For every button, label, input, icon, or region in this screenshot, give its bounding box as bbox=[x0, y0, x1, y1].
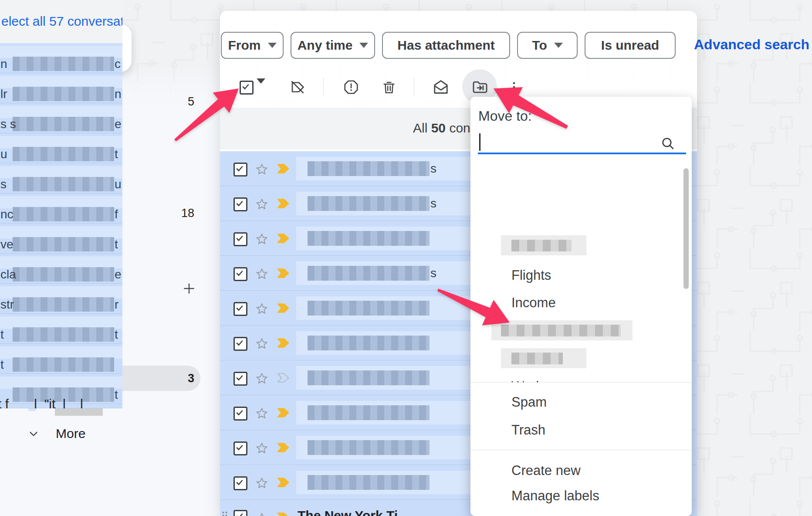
text-fragment: cla bbox=[0, 268, 16, 282]
chevron-down-icon bbox=[268, 43, 277, 48]
email-row[interactable]: clae bbox=[0, 254, 122, 284]
star-icon[interactable] bbox=[255, 511, 269, 516]
email-row[interactable]: ncf bbox=[0, 194, 122, 224]
importance-marker-icon[interactable] bbox=[277, 337, 291, 350]
importance-marker-icon[interactable] bbox=[277, 477, 291, 490]
star-icon[interactable] bbox=[255, 475, 269, 491]
move-to-option-redacted[interactable] bbox=[470, 346, 682, 371]
email-row[interactable]: vet bbox=[0, 224, 122, 254]
redacted-subject bbox=[0, 196, 122, 208]
menu-action-manage-labels[interactable]: Manage labels bbox=[470, 483, 682, 509]
plus-icon[interactable] bbox=[182, 282, 196, 297]
move-to-icon[interactable] bbox=[471, 78, 489, 96]
chevron-down-icon bbox=[359, 43, 368, 48]
redacted-subject bbox=[0, 136, 122, 148]
filter-chip-from[interactable]: From bbox=[221, 32, 284, 59]
email-row[interactable]: strr bbox=[0, 284, 122, 314]
move-to-label-list: FlightsIncomeWorkWork/Work EmailSocial bbox=[470, 162, 692, 382]
menu-action-create-new[interactable]: Create new bbox=[470, 458, 682, 483]
mark-read-icon[interactable] bbox=[432, 78, 450, 96]
row-checkbox[interactable] bbox=[233, 163, 247, 177]
text-fragment: t f l "it l l bbox=[0, 397, 83, 411]
email-row[interactable]: s se bbox=[0, 103, 122, 133]
importance-marker-icon[interactable] bbox=[277, 302, 291, 316]
option-label: Trash bbox=[511, 422, 545, 438]
remove-label-icon[interactable] bbox=[289, 78, 306, 96]
redacted-sender bbox=[308, 405, 430, 420]
move-to-option-redacted[interactable] bbox=[470, 318, 682, 343]
star-icon[interactable] bbox=[255, 371, 269, 387]
row-checkbox[interactable] bbox=[233, 267, 247, 281]
menu-scrollbar[interactable] bbox=[683, 168, 689, 289]
email-row[interactable]: t bbox=[0, 344, 122, 374]
chip-label: To bbox=[532, 38, 547, 53]
importance-marker-icon[interactable] bbox=[277, 407, 291, 420]
move-to-option-flights[interactable]: Flights bbox=[470, 263, 682, 288]
move-to-option-redacted[interactable] bbox=[470, 233, 682, 258]
star-icon[interactable] bbox=[255, 336, 269, 352]
more-options-icon[interactable] bbox=[505, 78, 523, 96]
row-checkbox[interactable] bbox=[233, 476, 247, 490]
text-fragment: n bbox=[0, 57, 7, 71]
email-row-partial[interactable]: t f l "it l l bbox=[0, 404, 122, 408]
email-row[interactable]: ut bbox=[0, 133, 122, 163]
sidebar-label-more-labels[interactable]: More bbox=[9, 421, 200, 446]
text-fragment: t bbox=[115, 328, 118, 342]
star-icon[interactable] bbox=[255, 231, 269, 247]
star-icon[interactable] bbox=[255, 197, 269, 212]
filter-chip-is-unread[interactable]: Is unread bbox=[585, 32, 676, 59]
star-icon[interactable] bbox=[255, 162, 269, 177]
move-to-option-income[interactable]: Income bbox=[470, 290, 682, 316]
email-row[interactable]: lrn bbox=[0, 73, 122, 103]
subject-text-fragment: s bbox=[430, 162, 436, 176]
text-fragment: e bbox=[115, 268, 122, 282]
row-checkbox[interactable] bbox=[233, 302, 247, 316]
importance-marker-icon[interactable] bbox=[277, 233, 291, 246]
drag-handle-icon[interactable] bbox=[221, 510, 228, 516]
move-to-search-input[interactable] bbox=[478, 130, 686, 153]
select-dropdown-caret[interactable] bbox=[257, 84, 265, 92]
star-icon[interactable] bbox=[255, 266, 269, 282]
importance-marker-icon[interactable] bbox=[277, 268, 291, 281]
redacted-sender bbox=[13, 117, 114, 131]
importance-marker-icon[interactable] bbox=[277, 442, 291, 455]
move-to-option-trash[interactable]: Trash bbox=[470, 418, 682, 443]
sender-name: The New York Ti bbox=[298, 508, 398, 516]
importance-marker-icon[interactable] bbox=[277, 372, 291, 385]
redacted-sender bbox=[13, 177, 114, 191]
row-checkbox[interactable] bbox=[233, 232, 247, 246]
importance-marker-icon[interactable] bbox=[277, 163, 291, 176]
text-fragment: t bbox=[115, 238, 118, 251]
text-fragment: t bbox=[115, 388, 118, 402]
select-all-checkbox[interactable] bbox=[240, 81, 254, 95]
email-row[interactable]: su bbox=[0, 163, 122, 194]
email-row[interactable]: tt bbox=[0, 314, 122, 344]
row-checkbox[interactable] bbox=[233, 372, 247, 386]
chevron-down-icon bbox=[27, 427, 40, 440]
move-to-option-work[interactable]: Work bbox=[470, 374, 682, 382]
star-icon[interactable] bbox=[255, 441, 269, 456]
row-checkbox[interactable] bbox=[233, 337, 247, 351]
move-to-option-spam[interactable]: Spam bbox=[470, 390, 682, 415]
text-fragment: c bbox=[115, 57, 121, 71]
select-all-link[interactable]: elect all 57 conversatio bbox=[1, 14, 122, 29]
row-checkbox[interactable] bbox=[233, 510, 247, 516]
star-icon[interactable] bbox=[255, 301, 269, 317]
row-checkbox[interactable] bbox=[233, 197, 247, 211]
importance-marker-icon[interactable] bbox=[277, 198, 291, 211]
delete-icon[interactable] bbox=[380, 78, 398, 96]
importance-marker-icon[interactable] bbox=[277, 512, 291, 516]
star-icon[interactable] bbox=[255, 406, 269, 421]
row-checkbox[interactable] bbox=[233, 407, 247, 421]
redacted-subject bbox=[0, 46, 122, 58]
row-checkbox[interactable] bbox=[233, 441, 247, 455]
chevron-down-icon bbox=[554, 43, 563, 48]
filter-chip-to[interactable]: To bbox=[517, 32, 578, 59]
email-row[interactable]: nc bbox=[0, 43, 122, 73]
redacted-sender bbox=[308, 475, 430, 490]
advanced-search-link[interactable]: Advanced search bbox=[694, 37, 809, 53]
filter-chip-has-attachment[interactable]: Has attachment bbox=[382, 32, 510, 59]
report-spam-icon[interactable] bbox=[342, 78, 360, 96]
text-fragment: e bbox=[115, 117, 122, 131]
filter-chip-any-time[interactable]: Any time bbox=[291, 32, 375, 59]
